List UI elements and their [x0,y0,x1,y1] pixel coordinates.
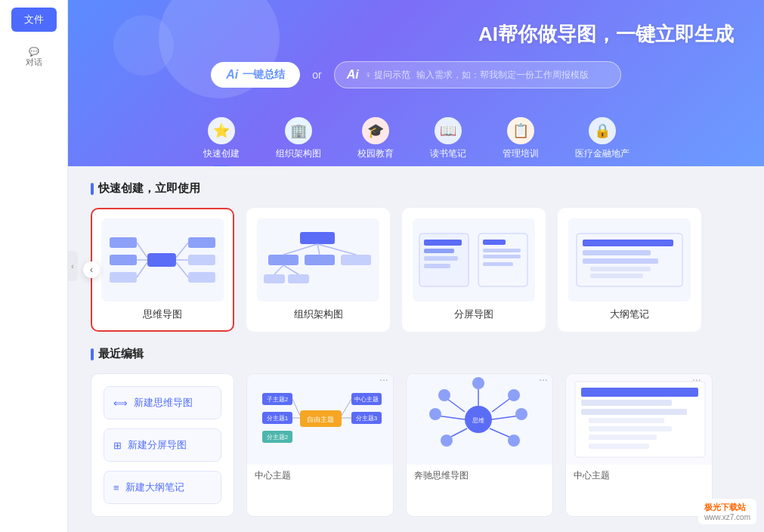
hero-or-text: or [312,69,321,81]
new-mindmap-label: 新建思维导图 [134,396,193,410]
template-card-mindmap[interactable]: 思维导图 [91,208,234,332]
org-chart-icon: 🏢 [285,117,312,144]
svg-text:···: ··· [692,374,701,385]
reading-notes-icon: 📖 [435,117,462,144]
svg-rect-1 [110,237,137,248]
new-items-card: ⟺ 新建思维导图 ⊞ 新建分屏导图 ≡ 新建大纲笔记 [91,373,234,517]
svg-rect-0 [147,253,176,267]
svg-line-7 [137,243,147,258]
education-icon: 🎓 [362,117,389,144]
svg-line-18 [317,244,320,255]
svg-line-22 [274,265,283,274]
new-file-button[interactable]: 文件 [11,8,57,32]
svg-point-73 [508,435,520,447]
management-icon: 📋 [507,117,534,144]
ai-badge-secondary: Ai [347,68,359,82]
tab-education[interactable]: 🎓 校园教育 [339,113,412,166]
sidebar-item-label: 对话 [26,57,42,68]
svg-rect-81 [589,418,664,423]
svg-rect-36 [583,250,651,255]
svg-rect-37 [583,258,658,264]
mindmap-preview [101,218,224,302]
svg-rect-25 [424,240,462,246]
svg-rect-33 [483,262,513,266]
svg-line-17 [283,244,317,255]
svg-line-12 [176,262,188,277]
tab-org-chart[interactable]: 🏢 组织架构图 [258,113,339,166]
svg-text:分主题2: 分主题2 [267,434,289,441]
svg-point-68 [438,389,450,401]
svg-text:分主题1: 分主题1 [267,415,289,422]
svg-line-19 [317,244,356,255]
svg-rect-5 [188,255,215,265]
svg-line-23 [283,265,298,274]
mindmap-label: 思维导图 [101,308,224,321]
svg-rect-80 [581,409,687,415]
svg-rect-32 [483,255,521,258]
outline-label: 大纲笔记 [568,308,691,321]
svg-rect-14 [268,255,298,265]
split-preview [413,218,535,302]
svg-text:···: ··· [539,374,548,385]
quick-create-title: 快速创建，立即使用 [91,181,741,196]
chat-icon: 💬 [29,47,39,57]
recent-item-3[interactable]: ··· 中心主题 [565,373,713,517]
template-prev-button[interactable]: ‹ [83,261,100,278]
svg-point-72 [515,408,527,420]
svg-rect-28 [424,264,450,268]
recent-item-2-label: 奔驰思维导图 [407,465,552,487]
recent-item-2[interactable]: 思维 [406,373,553,517]
svg-text:子主题2: 子主题2 [267,396,289,403]
svg-rect-83 [589,435,657,440]
new-split-button[interactable]: ⊞ 新建分屏导图 [104,428,221,462]
orgchart-preview [257,218,379,302]
medical-icon: 🔒 [589,117,616,144]
recent-item-1-label: 中心主题 [247,465,393,487]
new-mindmap-button[interactable]: ⟺ 新建思维导图 [104,386,221,419]
svg-text:自由主题: 自由主题 [307,416,334,423]
template-grid: 思维导图 [91,208,741,332]
svg-rect-31 [483,249,521,252]
education-label: 校园教育 [357,147,394,160]
tab-management[interactable]: 📋 管理培训 [484,113,557,166]
recent-grid: ⟺ 新建思维导图 ⊞ 新建分屏导图 ≡ 新建大纲笔记 [91,373,741,517]
svg-rect-20 [264,274,285,283]
new-outline-label: 新建大纲笔记 [125,481,184,494]
template-card-split[interactable]: 分屏导图 [402,208,546,332]
svg-rect-84 [589,444,649,449]
orgchart-label: 组织架构图 [257,308,379,321]
svg-rect-13 [300,232,335,244]
svg-rect-30 [483,240,506,245]
mindmap-icon: ⟺ [113,397,128,409]
outline-preview [568,218,691,302]
svg-rect-39 [590,274,643,278]
svg-text:分主题3: 分主题3 [356,415,378,422]
recent-section-title: 最近编辑 [91,347,741,361]
new-split-label: 新建分屏导图 [128,438,187,452]
svg-point-69 [429,408,441,420]
watermark-site: 极光下载站 [704,502,750,513]
split-icon: ⊞ [113,440,122,451]
watermark-url: www.xz7.com [704,513,750,521]
recent-item-3-label: 中心主题 [566,465,712,487]
svg-text:中心主题: 中心主题 [354,396,379,403]
svg-point-71 [508,389,520,401]
svg-line-9 [137,262,147,277]
prompt-hint-icon: ♀ 提问示范 [365,69,410,82]
svg-rect-21 [288,274,309,283]
reading-notes-label: 读书笔记 [430,147,466,160]
template-card-orgchart[interactable]: 组织架构图 [246,208,390,332]
quick-create-section: 快速创建，立即使用 ‹ [68,166,764,347]
sidebar-item-chat[interactable]: 💬 对话 [0,41,67,74]
tab-quick-create[interactable]: ⭐ 快速创建 [185,113,258,166]
ai-prompt-input[interactable]: Ai ♀ 提问示范 输入需求，如：帮我制定一份工作周报模版 [334,61,621,88]
template-card-outline[interactable]: 大纲笔记 [558,208,701,332]
tab-reading-notes[interactable]: 📖 读书笔记 [412,113,484,166]
svg-rect-27 [424,256,458,261]
sidebar-collapse-button[interactable]: ‹ [67,251,78,281]
split-label: 分屏导图 [413,308,535,321]
new-outline-button[interactable]: ≡ 新建大纲笔记 [104,471,221,504]
tab-medical[interactable]: 🔒 医疗金融地产 [557,113,648,166]
recent-item-1[interactable]: 自由主题 子主题2 分主题1 分主题2 中心主题 分主题3 [246,373,394,517]
main-content: AI帮你做导图，一键立即生成 Ai 一键总结 or Ai ♀ 提问示范 输入需求… [68,0,764,532]
